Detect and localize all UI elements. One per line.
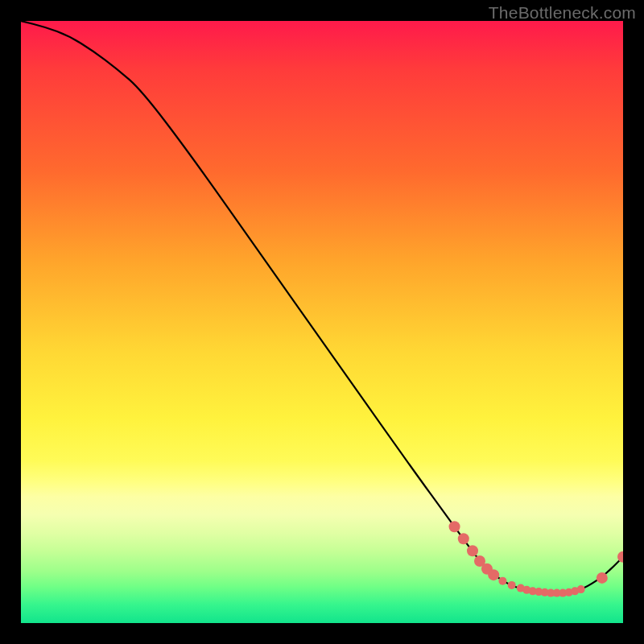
data-marker [449, 521, 460, 532]
data-marker [467, 545, 478, 556]
chart-curve [21, 21, 623, 593]
chart-svg [21, 21, 623, 623]
data-marker [488, 569, 499, 580]
chart-plot-area [21, 21, 623, 623]
data-marker [597, 572, 608, 584]
data-marker [458, 533, 469, 544]
data-marker [498, 577, 506, 585]
chart-stage: TheBottleneck.com [0, 0, 644, 644]
curve-path [21, 21, 623, 593]
data-marker [508, 581, 516, 589]
chart-markers [449, 521, 623, 597]
data-marker [577, 585, 585, 593]
watermark-text: TheBottleneck.com [489, 3, 636, 23]
